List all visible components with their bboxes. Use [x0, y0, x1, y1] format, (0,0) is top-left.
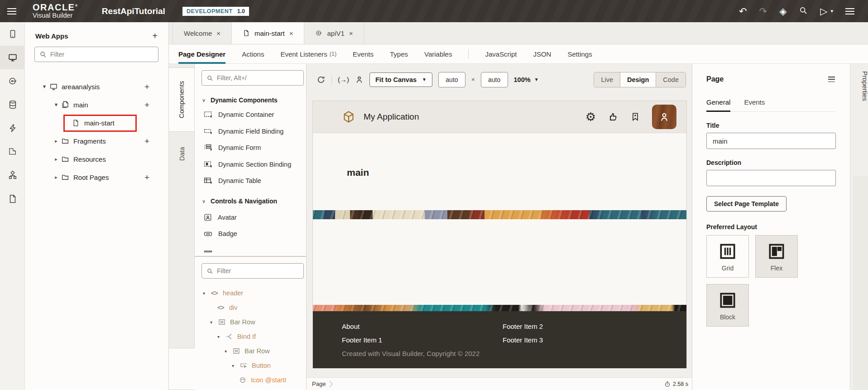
processes-icon[interactable] [0, 164, 25, 187]
footer-link[interactable]: About [342, 323, 503, 330]
tab-settings[interactable]: Settings [567, 44, 592, 64]
changes-icon[interactable]: ◈ [779, 6, 786, 16]
tree-item-fragments[interactable]: ▸ Fragments + [25, 132, 168, 150]
page-flow-icon[interactable]: (→) [338, 76, 349, 83]
mode-live-button[interactable]: Live [594, 72, 620, 87]
layout-grid-option[interactable]: Grid [706, 235, 749, 278]
canvas-height-input[interactable] [481, 72, 508, 87]
component-badge[interactable]: Badge [204, 230, 237, 237]
add-flow-icon[interactable]: + [144, 82, 149, 91]
structure-item-icon[interactable]: Icon @startI [195, 373, 307, 387]
tab-data[interactable]: Data [169, 137, 195, 171]
add-fragment-icon[interactable]: + [144, 137, 149, 145]
refresh-icon[interactable] [317, 75, 326, 84]
add-page-icon[interactable]: + [144, 101, 149, 109]
tab-welcome[interactable]: Welcome × [173, 22, 232, 44]
run-menu-caret-icon[interactable]: ▾ [830, 8, 833, 14]
component-dynamic-section-binding[interactable]: Dynamic Section Binding [204, 160, 291, 168]
expand-caret-icon[interactable]: ▾ [217, 334, 225, 339]
close-tab-icon[interactable]: × [216, 29, 221, 37]
actions-icon[interactable] [0, 116, 25, 140]
properties-menu-icon[interactable] [827, 75, 836, 84]
tab-main-start[interactable]: main-start × [232, 22, 304, 44]
services-icon[interactable] [0, 69, 25, 93]
collapsed-caret-icon[interactable]: ▸ [51, 138, 61, 144]
components-filter[interactable] [201, 70, 304, 86]
expand-caret-icon[interactable]: ▾ [225, 349, 233, 354]
structure-item-header[interactable]: ▾ header [195, 286, 307, 300]
tab-page-designer[interactable]: Page Designer [178, 44, 225, 64]
bookmark-add-icon[interactable] [630, 111, 640, 122]
tab-json[interactable]: JSON [533, 44, 551, 64]
mobile-apps-icon[interactable] [0, 22, 25, 46]
close-tab-icon[interactable]: × [289, 29, 293, 37]
mode-design-button[interactable]: Design [620, 72, 656, 87]
tab-variables[interactable]: Variables [424, 44, 452, 64]
page-preview[interactable]: My Application ⚙ [312, 101, 687, 368]
tab-events[interactable]: Events [353, 44, 374, 64]
mode-code-button[interactable]: Code [656, 72, 686, 87]
source-icon[interactable] [0, 187, 25, 211]
web-apps-filter[interactable] [34, 47, 158, 62]
component-dynamic-container[interactable]: Dynamic Container [204, 111, 274, 118]
footer-link[interactable]: Footer Item 1 [342, 336, 503, 344]
canvas-width-input[interactable] [438, 72, 465, 87]
component-dynamic-table[interactable]: Dynamic Table [204, 177, 261, 184]
app-menu-icon[interactable] [845, 8, 856, 14]
tab-events[interactable]: Events [744, 98, 765, 111]
layout-block-option[interactable]: Block [706, 284, 749, 327]
tab-actions[interactable]: Actions [242, 44, 264, 64]
user-avatar[interactable] [652, 105, 676, 129]
add-root-page-icon[interactable]: + [144, 173, 149, 182]
global-menu-icon[interactable] [7, 8, 18, 14]
redo-icon[interactable]: ↷ [759, 6, 767, 16]
tree-item-root-pages[interactable]: ▸ Root Pages + [25, 168, 168, 186]
tree-item-main-start[interactable]: main-start [25, 114, 168, 132]
settings-gear-icon[interactable]: ⚙ [585, 111, 596, 123]
structure-filter[interactable] [201, 263, 304, 279]
select-page-template-button[interactable]: Select Page Template [706, 196, 786, 212]
structure-item-bar-row[interactable]: ▾ Bar Row [195, 315, 307, 329]
user-context-icon[interactable] [355, 75, 364, 84]
web-apps-icon[interactable] [0, 46, 25, 69]
run-app-icon[interactable]: ▷ [820, 6, 827, 16]
scroll-track[interactable] [853, 176, 868, 390]
footer-link[interactable]: Footer Item 3 [503, 336, 686, 344]
search-icon[interactable] [799, 6, 808, 16]
section-controls-navigation[interactable]: ∨ Controls & Navigation [202, 197, 277, 205]
tab-properties[interactable]: Properties [850, 71, 868, 101]
create-web-app-icon[interactable]: + [152, 31, 158, 40]
expand-caret-icon[interactable]: ▾ [210, 320, 218, 325]
section-caret-icon[interactable]: ∨ [202, 97, 206, 103]
collapsed-caret-icon[interactable]: ▸ [51, 174, 61, 180]
tab-apiv1[interactable]: apiV1 × [304, 22, 364, 44]
footer-link[interactable]: Footer Item 2 [503, 323, 686, 330]
tree-item-resources[interactable]: ▸ Resources [25, 150, 168, 168]
collapsed-caret-icon[interactable]: ▸ [51, 156, 61, 162]
tab-types[interactable]: Types [390, 44, 408, 64]
business-objects-icon[interactable] [0, 93, 25, 116]
tab-general[interactable]: General [706, 98, 730, 111]
canvas-size-dropdown[interactable]: Fit to Canvas ▼ [369, 72, 432, 87]
tab-javascript[interactable]: JavaScript [485, 44, 517, 64]
component-avatar[interactable]: Avatar [204, 213, 237, 221]
tree-item-areaanalysis[interactable]: ▼ areaanalysis + [25, 77, 168, 96]
components-filter-input[interactable] [217, 74, 299, 82]
structure-item-button[interactable]: ▾ Button [195, 358, 307, 373]
expand-caret-icon[interactable]: ▼ [51, 102, 61, 107]
zoom-dropdown[interactable]: 100% ▼ [514, 76, 539, 83]
like-icon[interactable] [608, 111, 619, 122]
layout-flex-option[interactable]: Flex [755, 235, 798, 278]
structure-item-div[interactable]: div [195, 300, 307, 315]
section-dynamic-components[interactable]: ∨ Dynamic Components [202, 96, 278, 104]
close-tab-icon[interactable]: × [349, 29, 353, 37]
tab-components[interactable]: Components [169, 67, 195, 132]
components-rail-icon[interactable] [0, 140, 25, 164]
component-dynamic-field-binding[interactable]: Dynamic Field Binding [204, 127, 283, 135]
tree-item-main[interactable]: ▼ main + [25, 96, 168, 114]
component-dynamic-form[interactable]: Dynamic Form [204, 144, 261, 151]
page-description-input[interactable] [706, 170, 836, 186]
undo-icon[interactable]: ↶ [739, 6, 747, 16]
web-apps-filter-input[interactable] [50, 51, 153, 58]
expand-caret-icon[interactable]: ▾ [232, 363, 240, 368]
